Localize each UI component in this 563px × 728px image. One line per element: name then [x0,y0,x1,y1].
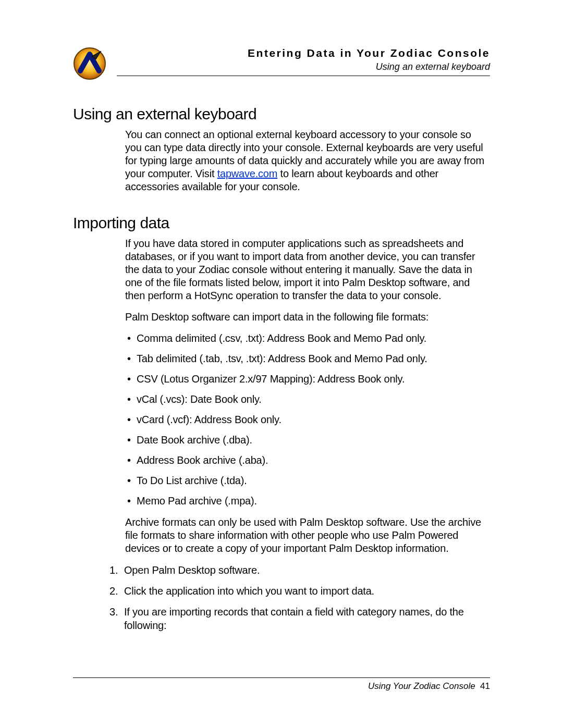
heading-importing-data: Importing data [73,214,490,232]
list-item: vCard (.vcf): Address Book only. [125,413,490,426]
list-item: Memo Pad archive (.mpa). [125,495,490,508]
footer-rule [73,677,490,678]
list-item: CSV (Lotus Organizer 2.x/97 Mapping): Ad… [125,373,490,386]
header-rule [117,76,490,76]
page-number: 41 [480,681,490,691]
paragraph: Palm Desktop software can import data in… [125,311,490,324]
list-item: Date Book archive (.dba). [125,434,490,447]
paragraph: You can connect an optional external key… [125,128,490,193]
steps-list: Open Palm Desktop software. Click the ap… [109,563,490,632]
section-external-keyboard: Using an external keyboard You can conne… [73,105,490,193]
logo-icon [73,47,106,80]
step-item: Click the application into which you wan… [109,584,490,598]
list-item: Address Book archive (.aba). [125,454,490,467]
link-tapwave[interactable]: tapwave.com [217,168,278,179]
footer-doc-title: Using Your Zodiac Console [368,681,475,691]
list-item: Tab delimited (.tab, .tsv, .txt): Addres… [125,352,490,365]
heading-external-keyboard: Using an external keyboard [73,105,490,123]
chapter-title: Entering Data in Your Zodiac Console [117,47,490,59]
list-item: vCal (.vcs): Date Book only. [125,393,490,406]
document-page: Entering Data in Your Zodiac Console Usi… [0,0,563,728]
step-item: Open Palm Desktop software. [109,563,490,577]
format-list: Comma delimited (.csv, .txt): Address Bo… [125,332,490,508]
section-subtitle: Using an external keyboard [117,61,490,72]
section-importing-data: Importing data If you have data stored i… [73,214,490,632]
page-header: Entering Data in Your Zodiac Console Usi… [73,47,490,80]
paragraph: If you have data stored in computer appl… [125,237,490,302]
list-item: To Do List archive (.tda). [125,474,490,487]
page-footer: Using Your Zodiac Console 41 [73,677,490,692]
paragraph: Archive formats can only be used with Pa… [125,516,490,555]
list-item: Comma delimited (.csv, .txt): Address Bo… [125,332,490,345]
step-item: If you are importing records that contai… [109,605,490,632]
